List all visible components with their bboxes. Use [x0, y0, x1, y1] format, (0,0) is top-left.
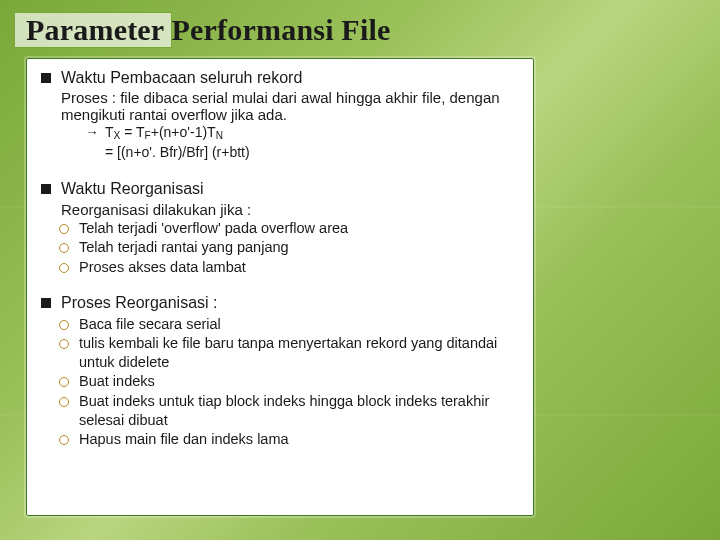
circle-bullet-icon — [59, 224, 69, 234]
list-item: Buat indeks — [79, 372, 155, 391]
square-bullet-icon — [41, 298, 51, 308]
list-item: tulis kembali ke file baru tanpa menyert… — [79, 334, 519, 371]
page-title: Parameter Performansi File — [26, 13, 390, 47]
section-waktu-reorganisasi: Waktu Reorganisasi Reorganisasi dilakuka… — [41, 179, 519, 276]
section-proses-reorganisasi: Proses Reorganisasi : Baca file secara s… — [41, 293, 519, 448]
square-bullet-icon — [41, 184, 51, 194]
section3-heading: Proses Reorganisasi : — [61, 293, 218, 313]
circle-bullet-icon — [59, 243, 69, 253]
circle-bullet-icon — [59, 339, 69, 349]
slide: Parameter Performansi File Waktu Pembaca… — [6, 6, 714, 534]
list-item: Proses akses data lambat — [79, 258, 246, 277]
list-item: Baca file secara serial — [79, 315, 221, 334]
arrow-icon: → — [85, 124, 99, 142]
square-bullet-icon — [41, 73, 51, 83]
content-card: Waktu Pembacaan seluruh rekord Proses : … — [26, 58, 534, 516]
circle-bullet-icon — [59, 263, 69, 273]
title-row: Parameter Performansi File — [6, 6, 714, 48]
list-item: Telah terjadi rantai yang panjang — [79, 238, 289, 257]
circle-bullet-icon — [59, 320, 69, 330]
list-item: Buat indeks untuk tiap block indeks hing… — [79, 392, 519, 429]
section2-heading: Waktu Reorganisasi — [61, 179, 204, 199]
circle-bullet-icon — [59, 377, 69, 387]
equation-1: TX = TF+(n+o'-1)TN — [105, 124, 223, 143]
section-waktu-pembacaan: Waktu Pembacaan seluruh rekord Proses : … — [41, 68, 519, 162]
circle-bullet-icon — [59, 397, 69, 407]
equation-2: = [(n+o'. Bfr)/Bfr] (r+btt) — [105, 144, 250, 162]
section1-desc: Proses : file dibaca serial mulai dari a… — [61, 89, 519, 123]
section1-heading: Waktu Pembacaan seluruh rekord — [61, 68, 302, 88]
section2-desc: Reorganisasi dilakukan jika : — [61, 201, 519, 218]
list-item: Hapus main file dan indeks lama — [79, 430, 289, 449]
list-item: Telah terjadi 'overflow' pada overflow a… — [79, 219, 348, 238]
circle-bullet-icon — [59, 435, 69, 445]
